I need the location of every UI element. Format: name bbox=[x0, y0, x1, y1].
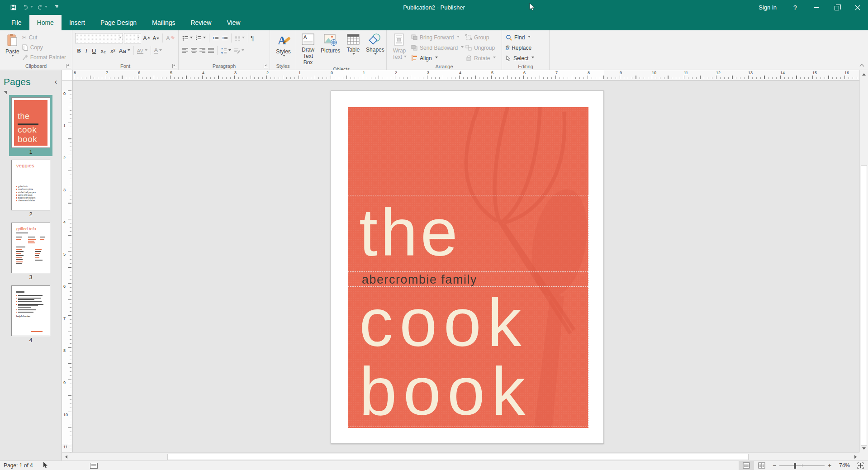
title-text-frame[interactable]: the bbox=[348, 195, 588, 272]
table-button[interactable]: Table bbox=[344, 32, 362, 66]
superscript-button[interactable]: x² bbox=[109, 47, 117, 55]
page-thumbnail-1[interactable]: the cook book 1 bbox=[9, 95, 52, 156]
minimize-button[interactable] bbox=[806, 0, 826, 15]
two-page-view-button[interactable] bbox=[754, 461, 769, 470]
numbering-button[interactable] bbox=[194, 35, 207, 42]
publication-page[interactable]: the abercrombie family cook book bbox=[331, 90, 604, 444]
scroll-right-button[interactable] bbox=[852, 453, 859, 461]
subscript-button[interactable]: x₂ bbox=[99, 47, 108, 55]
tab-page-design[interactable]: Page Design bbox=[93, 15, 144, 30]
bold-button[interactable]: B bbox=[75, 47, 83, 55]
customize-qat-icon bbox=[55, 5, 58, 6]
ribbon-tab-bar: File Home Insert Page Design Mailings Re… bbox=[0, 15, 868, 30]
scroll-left-button[interactable] bbox=[63, 453, 69, 461]
tab-review[interactable]: Review bbox=[183, 15, 219, 30]
italic-button[interactable]: I bbox=[84, 47, 89, 55]
group-paragraph: ¶ Paragraph bbox=[179, 30, 270, 70]
font-name-combo bbox=[75, 33, 123, 43]
scroll-down-button[interactable] bbox=[860, 445, 868, 451]
bullets-button[interactable] bbox=[181, 35, 194, 42]
horizontal-scrollbar[interactable] bbox=[62, 452, 859, 461]
zoom-out-button[interactable]: − bbox=[769, 462, 779, 469]
shapes-icon bbox=[369, 33, 381, 45]
cookbook-text-frame[interactable]: cook book bbox=[348, 287, 588, 427]
page-thumbnail-4[interactable]: helpful notes 4 bbox=[11, 285, 50, 344]
cover-title-line1: the bbox=[359, 195, 460, 271]
svg-text:A: A bbox=[304, 34, 307, 40]
justify-button[interactable] bbox=[207, 47, 215, 54]
object-size-indicator-icon[interactable] bbox=[90, 463, 98, 469]
redo-button bbox=[36, 2, 48, 13]
collapse-pages-panel-icon[interactable]: ‹ bbox=[55, 79, 57, 85]
cover-image[interactable]: the abercrombie family cook book bbox=[348, 107, 588, 428]
font-size-combo bbox=[124, 33, 141, 43]
help-button[interactable]: ? bbox=[785, 0, 806, 15]
paragraph-dialog-launcher-icon[interactable] bbox=[264, 64, 268, 68]
paragraph-borders-caret-icon bbox=[242, 49, 244, 52]
clipboard-dialog-launcher-icon[interactable] bbox=[66, 64, 71, 68]
tab-mailings[interactable]: Mailings bbox=[144, 15, 183, 30]
change-case-button[interactable]: Aa bbox=[118, 47, 131, 55]
font-dialog-launcher-icon[interactable] bbox=[172, 64, 177, 68]
tab-view[interactable]: View bbox=[219, 15, 248, 30]
select-button[interactable]: Select bbox=[506, 53, 534, 63]
customize-qat-button[interactable] bbox=[51, 2, 62, 13]
align-left-icon bbox=[182, 48, 188, 53]
page-thumbnail-2[interactable]: veggies grilled tofumushroom pizzastuffe… bbox=[11, 160, 50, 218]
redo-dropdown-icon bbox=[45, 6, 47, 9]
zoom-level[interactable]: 74% bbox=[835, 462, 854, 469]
vertical-scrollbar[interactable] bbox=[859, 70, 868, 452]
sign-in-button[interactable]: Sign in bbox=[750, 0, 785, 15]
align-center-button[interactable] bbox=[190, 47, 198, 54]
decrease-indent-button[interactable] bbox=[212, 35, 220, 42]
align-left-button[interactable] bbox=[181, 47, 189, 54]
show-formatting-button[interactable]: ¶ bbox=[251, 34, 254, 42]
paste-button[interactable]: Paste bbox=[3, 32, 22, 62]
vertical-ruler[interactable]: 01234567891011 bbox=[62, 81, 73, 452]
page4-number: 4 bbox=[29, 336, 33, 344]
horizontal-ruler[interactable]: 87654321012345678910111213141516 bbox=[73, 70, 859, 81]
numbering-icon bbox=[195, 35, 202, 41]
shrink-font-button[interactable]: A bbox=[152, 35, 160, 41]
group-arrange: Wrap Text Bring Forward Send Backward Al… bbox=[387, 30, 502, 70]
zoom-slider[interactable] bbox=[779, 461, 825, 470]
page-indicator[interactable]: Page: 1 of 4 bbox=[0, 462, 33, 469]
styles-button[interactable]: A Styles bbox=[273, 32, 294, 62]
align-center-icon bbox=[191, 48, 197, 53]
single-page-view-button[interactable] bbox=[739, 461, 754, 470]
tab-file[interactable]: File bbox=[4, 15, 29, 30]
page-thumbnail-3[interactable]: grilled tofu 3 bbox=[11, 223, 50, 281]
tab-home[interactable]: Home bbox=[29, 15, 62, 30]
close-button[interactable] bbox=[847, 0, 868, 15]
replace-button[interactable]: ab ac Replace bbox=[506, 43, 534, 52]
align-button[interactable]: Align bbox=[411, 53, 464, 63]
increase-indent-button[interactable] bbox=[221, 35, 229, 42]
scroll-up-button[interactable] bbox=[860, 71, 868, 77]
restore-icon bbox=[835, 6, 839, 10]
zoom-in-button[interactable]: + bbox=[825, 462, 835, 469]
zoom-slider-thumb[interactable] bbox=[794, 463, 796, 469]
group-label-editing: Editing bbox=[518, 64, 533, 69]
restore-button[interactable] bbox=[826, 0, 847, 15]
align-right-button[interactable] bbox=[199, 47, 206, 54]
shapes-button[interactable]: Shapes bbox=[363, 32, 387, 66]
group-button: Group bbox=[465, 33, 496, 42]
tab-insert[interactable]: Insert bbox=[62, 15, 93, 30]
collapse-ribbon-icon[interactable] bbox=[860, 63, 863, 67]
underline-button[interactable]: U bbox=[90, 47, 98, 55]
fit-page-button[interactable] bbox=[854, 462, 866, 469]
vertical-scroll-thumb[interactable] bbox=[861, 165, 867, 446]
undo-icon bbox=[22, 4, 29, 11]
columns-button bbox=[234, 35, 246, 42]
pictures-button[interactable]: Pictures bbox=[318, 32, 343, 66]
ungroup-icon bbox=[465, 45, 472, 51]
pages-panel-resize-icon[interactable] bbox=[4, 91, 7, 94]
draw-text-box-button[interactable]: A Draw Text Box bbox=[299, 32, 317, 66]
grow-font-button[interactable]: A bbox=[142, 34, 151, 42]
scroll-right-icon bbox=[854, 455, 857, 459]
save-button[interactable] bbox=[7, 2, 19, 13]
line-spacing-button[interactable] bbox=[220, 47, 232, 54]
horizontal-scroll-thumb[interactable] bbox=[167, 454, 749, 460]
document-canvas[interactable]: the abercrombie family cook book bbox=[73, 81, 859, 452]
find-button[interactable]: Find bbox=[506, 33, 534, 42]
